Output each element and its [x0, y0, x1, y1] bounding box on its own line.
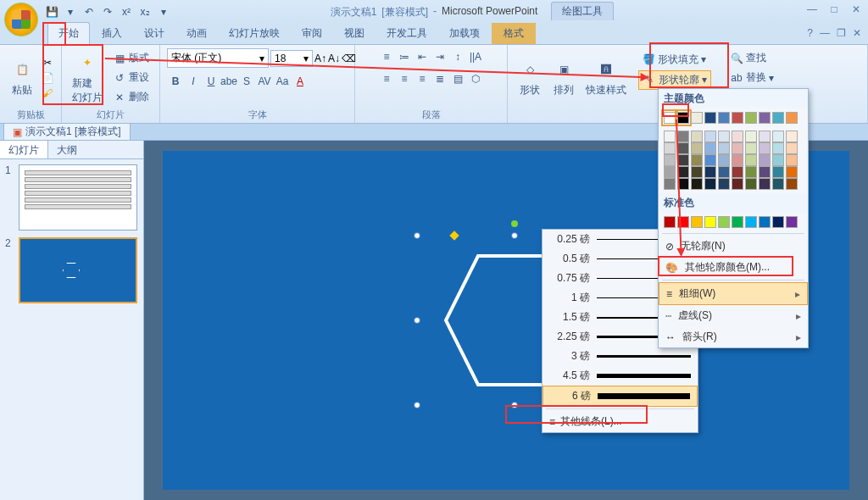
color-swatch[interactable]	[772, 131, 784, 142]
shrink-font-button[interactable]: A↓	[328, 53, 340, 64]
color-swatch[interactable]	[759, 216, 771, 228]
align-left-button[interactable]: ≡	[378, 70, 395, 87]
qat-dropdown-icon[interactable]: ▾	[63, 4, 78, 19]
color-swatch[interactable]	[704, 131, 716, 142]
color-swatch[interactable]	[772, 166, 784, 178]
resize-handle[interactable]	[414, 317, 420, 324]
minimize-button[interactable]: —	[805, 3, 819, 15]
color-swatch[interactable]	[732, 178, 743, 190]
color-swatch[interactable]	[745, 166, 757, 178]
text-direction-button[interactable]: ||A	[467, 48, 484, 65]
numbering-button[interactable]: ≔	[396, 48, 413, 65]
resize-handle[interactable]	[511, 402, 518, 408]
adjust-handle[interactable]	[449, 231, 459, 240]
tab-insert[interactable]: 插入	[92, 23, 132, 44]
color-swatch[interactable]	[691, 178, 703, 190]
align-right-button[interactable]: ≡	[414, 70, 431, 87]
slide-thumbnail-2[interactable]	[19, 237, 137, 303]
color-swatch[interactable]	[732, 142, 743, 154]
paste-button[interactable]: 📋 粘贴	[7, 56, 37, 99]
reset-button[interactable]: ↺重设	[109, 69, 153, 86]
color-swatch[interactable]	[745, 112, 757, 124]
color-swatch[interactable]	[772, 112, 784, 124]
color-swatch[interactable]	[664, 178, 676, 190]
color-swatch[interactable]	[704, 178, 716, 190]
align-center-button[interactable]: ≡	[396, 70, 413, 87]
color-swatch[interactable]	[732, 166, 743, 178]
cut-icon[interactable]: ✂	[41, 56, 54, 69]
smartart-button[interactable]: ⬡	[467, 70, 484, 87]
color-swatch[interactable]	[786, 178, 798, 190]
color-swatch[interactable]	[786, 154, 798, 166]
color-swatch[interactable]	[718, 112, 730, 124]
superscript-icon[interactable]: x²	[119, 4, 134, 19]
color-swatch[interactable]	[677, 112, 689, 124]
pane-tab-slides[interactable]: 幻灯片	[0, 141, 48, 158]
color-swatch[interactable]	[718, 154, 730, 166]
color-swatch[interactable]	[718, 216, 730, 228]
indent-dec-button[interactable]: ⇤	[414, 48, 431, 65]
color-swatch[interactable]	[664, 112, 676, 124]
tab-format[interactable]: 格式	[492, 23, 536, 44]
color-swatch[interactable]	[704, 154, 716, 166]
color-swatch[interactable]	[677, 142, 689, 154]
color-swatch[interactable]	[718, 178, 730, 190]
line-spacing-button[interactable]: ↕	[449, 48, 466, 65]
color-swatch[interactable]	[732, 112, 743, 124]
color-swatch[interactable]	[759, 178, 771, 190]
color-swatch[interactable]	[786, 142, 798, 154]
color-swatch[interactable]	[718, 166, 730, 178]
color-swatch[interactable]	[677, 154, 689, 166]
color-swatch[interactable]	[664, 142, 676, 154]
clear-formatting-button[interactable]: ⌫	[342, 53, 356, 64]
tab-developer[interactable]: 开发工具	[376, 23, 437, 44]
color-swatch[interactable]	[691, 154, 703, 166]
tab-review[interactable]: 审阅	[292, 23, 332, 44]
delete-button[interactable]: ✕删除	[109, 88, 153, 106]
undo-icon[interactable]: ↶	[81, 4, 97, 19]
tab-design[interactable]: 设计	[134, 23, 175, 44]
color-swatch[interactable]	[732, 131, 743, 142]
more-colors-item[interactable]: 🎨其他轮廓颜色(M)...	[659, 257, 808, 278]
color-swatch[interactable]	[691, 142, 703, 154]
color-swatch[interactable]	[704, 216, 716, 228]
color-swatch[interactable]	[691, 166, 703, 178]
color-swatch[interactable]	[772, 154, 784, 166]
justify-button[interactable]: ≣	[431, 70, 448, 87]
color-swatch[interactable]	[677, 131, 689, 142]
color-swatch[interactable]	[691, 216, 703, 228]
color-swatch[interactable]	[786, 166, 798, 178]
color-swatch[interactable]	[664, 154, 676, 166]
rotate-handle[interactable]	[511, 220, 518, 227]
color-swatch[interactable]	[786, 131, 798, 142]
color-swatch[interactable]	[691, 131, 703, 142]
shapes-button[interactable]: ◇形状	[515, 56, 545, 99]
italic-button[interactable]: I	[185, 73, 202, 90]
help-icon[interactable]: ?	[807, 27, 813, 39]
subscript-icon[interactable]: x₂	[137, 4, 153, 19]
resize-handle[interactable]	[511, 232, 518, 239]
tab-addins[interactable]: 加载项	[439, 23, 490, 44]
slide-thumbnail-1[interactable]	[19, 164, 137, 231]
color-swatch[interactable]	[691, 112, 703, 124]
tab-view[interactable]: 视图	[334, 23, 375, 44]
color-swatch[interactable]	[786, 112, 798, 124]
color-swatch[interactable]	[745, 131, 757, 142]
color-swatch[interactable]	[664, 131, 676, 142]
save-icon[interactable]: 💾	[44, 4, 59, 19]
font-name-combo[interactable]: 宋体 (正文)▾	[167, 48, 269, 68]
bold-button[interactable]: B	[167, 73, 184, 90]
color-swatch[interactable]	[745, 142, 757, 154]
color-swatch[interactable]	[704, 142, 716, 154]
color-swatch[interactable]	[664, 216, 676, 228]
copy-icon[interactable]: 📄	[41, 71, 54, 85]
color-swatch[interactable]	[786, 216, 798, 228]
grow-font-button[interactable]: A↑	[314, 53, 326, 64]
tab-home[interactable]: 开始	[47, 22, 90, 44]
new-slide-button[interactable]: ✦ 新建 幻灯片	[69, 49, 106, 107]
change-case-button[interactable]: Aa	[274, 73, 291, 90]
tab-slideshow[interactable]: 幻灯片放映	[219, 23, 290, 44]
color-swatch[interactable]	[759, 112, 771, 124]
color-swatch[interactable]	[718, 142, 730, 154]
color-swatch[interactable]	[718, 131, 730, 142]
